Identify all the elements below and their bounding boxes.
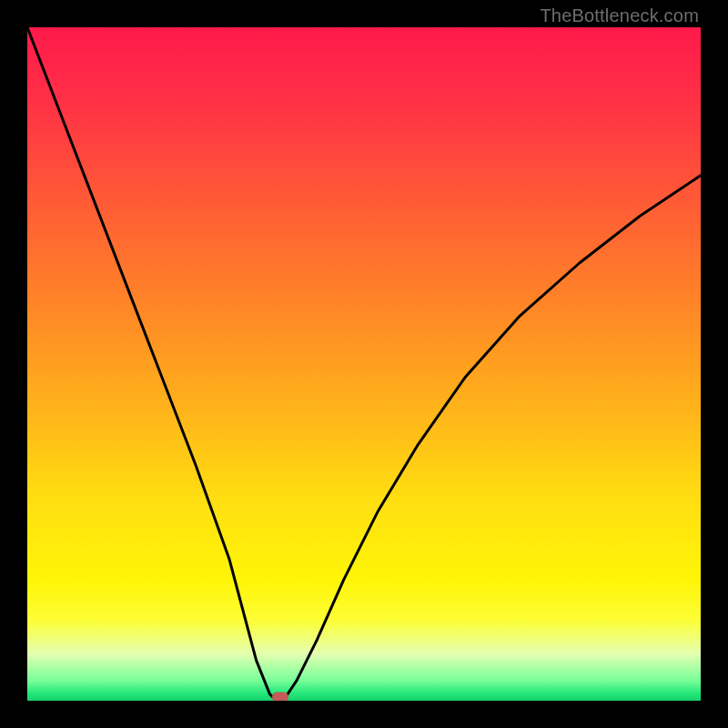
watermark-text: TheBottleneck.com [540,5,699,26]
outer-frame: TheBottleneck.com [0,0,728,728]
plot-area [27,27,701,701]
optimal-marker [272,693,288,701]
curve-path [27,27,701,701]
bottleneck-curve [27,27,701,701]
